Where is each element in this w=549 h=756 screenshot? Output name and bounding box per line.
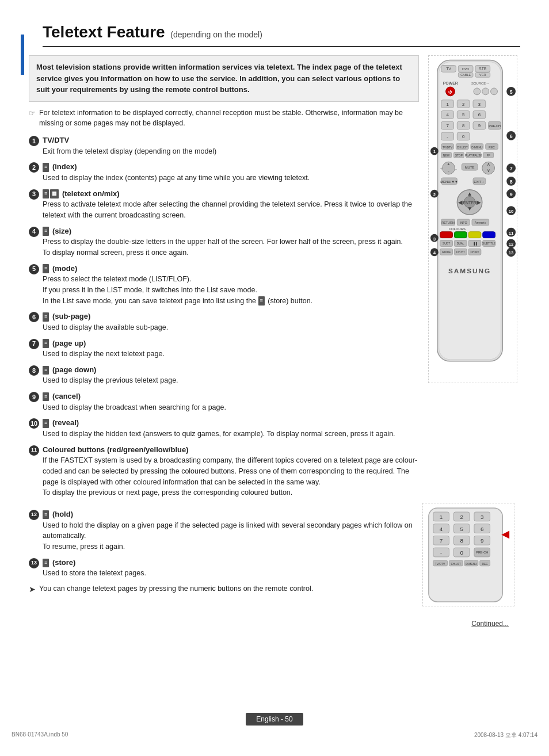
item-desc-4: Press to display the double-size letters… — [43, 236, 419, 258]
svg-text:CH.NT: CH.NT — [470, 251, 479, 254]
item-title-5: ≡ (mode) — [43, 263, 419, 274]
svg-text:PRE-CH: PRE-CH — [476, 551, 488, 554]
item-content-9: ≡ (cancel) Used to display the broadcast… — [43, 391, 419, 413]
svg-text:▐▐: ▐▐ — [472, 242, 476, 246]
svg-text:▲: ▲ — [467, 190, 472, 197]
svg-text:4: 4 — [433, 250, 436, 255]
teletext-icon: ≡ — [43, 189, 49, 198]
svg-text:2: 2 — [460, 514, 463, 520]
item-desc-13: Used to store the teletext pages. — [43, 568, 417, 579]
item-num-8: 8 — [29, 365, 39, 376]
svg-text:VCR: VCR — [479, 73, 486, 77]
item-title-3: ≡▦ (teletext on/mix) — [43, 188, 419, 200]
main-text: Most television stations provide written… — [29, 55, 419, 503]
store-ref-icon: ≡ — [258, 296, 265, 306]
svg-text:+: + — [447, 162, 450, 167]
item-7: 7 ≡ (page up) Used to display the next t… — [29, 338, 419, 360]
item-content-5: ≡ (mode) Press to select the teletext mo… — [43, 263, 419, 307]
svg-point-18 — [491, 88, 498, 95]
svg-text:FF: FF — [487, 154, 490, 157]
svg-text:7: 7 — [446, 123, 448, 128]
svg-text:6: 6 — [481, 526, 484, 532]
arrow-text: You can change teletext pages by pressin… — [39, 583, 313, 595]
item-6: 6 ≡ (sub-page) Used to display the avail… — [29, 311, 419, 333]
svg-text:◀: ◀ — [458, 199, 463, 205]
svg-text:COLOURS: COLOURS — [449, 227, 466, 231]
svg-text:0: 0 — [460, 549, 463, 556]
item-desc-3: Press to activate teletext mode after se… — [43, 199, 419, 221]
footer-left: BN68-01743A.indb 50 — [12, 731, 68, 739]
svg-text:PLAY/PAUSE: PLAY/PAUSE — [465, 154, 483, 157]
svg-text:3: 3 — [433, 236, 436, 242]
svg-text:7: 7 — [510, 166, 513, 171]
svg-text:8: 8 — [462, 123, 465, 128]
item-11: 11 Coloured buttons (red/green/yellow/bl… — [29, 444, 419, 499]
mix-icon: ▦ — [50, 189, 59, 198]
reveal-icon: ≡ — [43, 419, 49, 428]
item-title-2: ≡ (index) — [43, 161, 419, 173]
arrow-item: ➤ You can change teletext pages by press… — [29, 583, 417, 595]
item-9: 9 ≡ (cancel) Used to display the broadca… — [29, 391, 419, 413]
item-desc-12: Used to hold the display on a given page… — [43, 520, 417, 552]
item-content-3: ≡▦ (teletext on/mix) Press to activate t… — [43, 188, 419, 221]
svg-text:NEW: NEW — [443, 154, 450, 157]
item-1: 1 TV/DTV Exit from the teletext display … — [29, 135, 419, 156]
svg-rect-107 — [468, 232, 481, 238]
svg-text:STB: STB — [479, 67, 487, 71]
svg-text:5: 5 — [460, 526, 463, 532]
item-content-13: ≡ (store) Used to store the teletext pag… — [43, 557, 417, 579]
svg-text:D.MENU: D.MENU — [471, 146, 483, 149]
svg-text:5: 5 — [510, 89, 513, 95]
item-12: 12 ≡ (hold) Used to hold the display on … — [29, 509, 417, 552]
svg-point-17 — [482, 88, 489, 95]
svg-text:9: 9 — [478, 123, 481, 128]
svg-text:∨: ∨ — [487, 168, 490, 173]
item-num-9: 9 — [29, 392, 39, 402]
svg-text:4: 4 — [440, 526, 443, 532]
item-num-3: 3 — [29, 189, 39, 200]
svg-text:STOP: STOP — [455, 154, 463, 157]
svg-text:MUTE: MUTE — [465, 166, 475, 169]
note-text: For teletext information to be displayed… — [39, 108, 419, 129]
svg-text:2: 2 — [433, 192, 436, 197]
store-icon: ≡ — [43, 559, 49, 568]
page-number: English - 50 — [246, 713, 303, 726]
svg-rect-106 — [454, 232, 467, 238]
item-title-1: TV/DTV — [43, 135, 419, 146]
item-num-7: 7 — [29, 339, 39, 349]
svg-text:-: - — [448, 168, 449, 173]
index-icon: ≡ — [43, 163, 49, 172]
item-num-1: 1 — [29, 136, 39, 146]
svg-text:PRE-CH: PRE-CH — [489, 124, 501, 128]
item-desc-8: Used to display the previous teletext pa… — [43, 375, 419, 386]
item-title-6: ≡ (sub-page) — [43, 311, 419, 322]
svg-text:TV/DTV: TV/DTV — [443, 146, 453, 149]
item-content-1: TV/DTV Exit from the teletext display (d… — [43, 135, 419, 156]
item-content-4: ≡ (size) Press to display the double-siz… — [43, 226, 419, 258]
svg-text:TV/DTV: TV/DTV — [435, 563, 445, 566]
svg-text:5: 5 — [462, 112, 465, 117]
item-title-11: Coloured buttons (red/green/yellow/blue) — [43, 444, 419, 456]
item-title-12: ≡ (hold) — [43, 509, 417, 520]
footer-info: BN68-01743A.indb 50 2008-08-13 오후 4:07:1… — [0, 729, 549, 742]
svg-text:▶: ▶ — [476, 199, 481, 205]
item-num-5: 5 — [29, 264, 39, 274]
svg-text:SOURCE→: SOURCE→ — [471, 82, 489, 85]
intro-box: Most television stations provide written… — [29, 55, 419, 102]
bottom-items: 12 ≡ (hold) Used to hold the display on … — [29, 509, 520, 608]
svg-text:EXIT→: EXIT→ — [474, 180, 485, 184]
item-content-12: ≡ (hold) Used to hold the display on a g… — [43, 509, 417, 552]
svg-text:-: - — [447, 134, 448, 139]
svg-text:3: 3 — [478, 102, 481, 107]
svg-text:-: - — [455, 167, 456, 171]
svg-text:⏻: ⏻ — [448, 90, 452, 94]
item-num-4: 4 — [29, 227, 39, 237]
note-icon: ☞ — [29, 108, 36, 129]
svg-text:Anynet+: Anynet+ — [475, 221, 486, 224]
item-3: 3 ≡▦ (teletext on/mix) Press to activate… — [29, 188, 419, 221]
remote-svg: TV DVD CABLE STB VCR POWER ⏻ SOURCE→ — [428, 55, 517, 383]
item-desc-10: Used to display the hidden text (answers… — [43, 429, 419, 440]
continued-label: Continued... — [29, 620, 520, 628]
svg-text:REC: REC — [489, 146, 495, 149]
page-title: Teletext Feature — [43, 23, 165, 41]
